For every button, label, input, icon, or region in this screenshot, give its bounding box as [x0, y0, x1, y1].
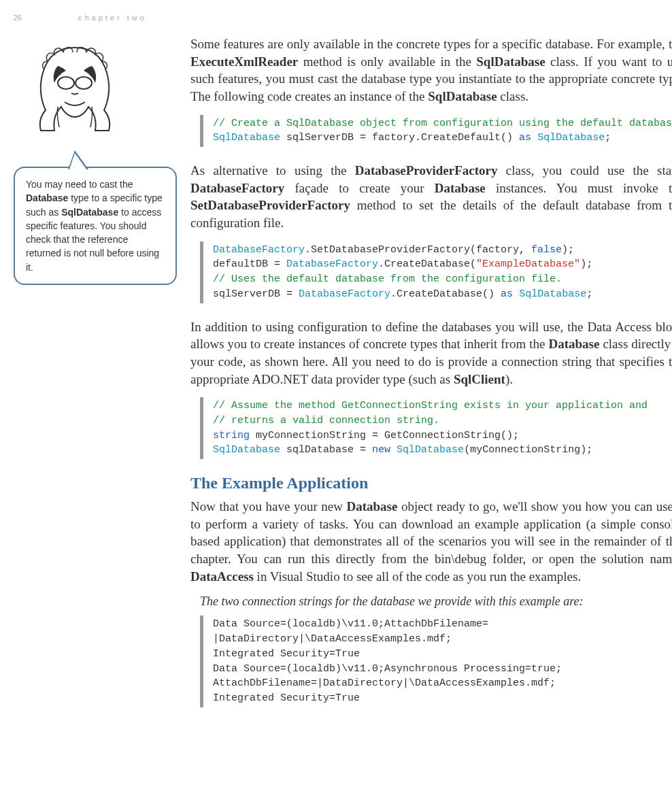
code-keyword: false: [531, 244, 562, 256]
bold-term: SqlDatabase: [428, 89, 497, 103]
code-text: );: [580, 258, 592, 270]
page-header: 26 chapter two: [14, 14, 658, 22]
body-text: façade to create your: [284, 181, 435, 195]
code-text: .CreateDatabase(): [390, 288, 501, 300]
sidebar-callout: You may need to cast the Database type t…: [14, 167, 177, 285]
callout-bold: SqlDatabase: [61, 207, 118, 218]
paragraph: As alternative to using the DatabaseProv…: [190, 162, 672, 232]
code-text: [531, 132, 537, 144]
callout-bold: Database: [26, 192, 68, 203]
code-string: "ExampleDatabase": [476, 258, 580, 270]
code-type: SqlDatabase: [213, 444, 280, 456]
code-text: myConnectionString = GetConnectionString…: [250, 430, 519, 441]
chapter-label: chapter two: [78, 14, 147, 22]
code-text: Integrated Security=True: [213, 692, 360, 704]
page: 26 chapter two You may need to cast th: [0, 14, 672, 722]
body-text: class, you could use the static: [497, 163, 672, 178]
bold-term: Database: [548, 337, 599, 351]
code-text: [390, 444, 397, 456]
body-text: As alternative to using the: [190, 163, 355, 178]
code-block: // Create a SqlDatabase object from conf…: [200, 115, 672, 148]
code-comment: // Uses the default database from the co…: [213, 273, 562, 285]
code-keyword: as: [501, 288, 513, 300]
code-text: |DataDirectory|\DataAccessExamples.mdf;: [213, 633, 452, 645]
code-type: DatabaseFactory: [299, 288, 390, 300]
paragraph: In addition to using configuration to de…: [190, 318, 672, 388]
code-comment: // Assume the method GetConnectionString…: [213, 400, 648, 411]
bold-term: DataAccess: [190, 569, 254, 584]
code-text: Data Source=(localdb)\v11.0;Asynchronous…: [213, 663, 562, 675]
callout-text: You may need to cast the: [26, 179, 133, 190]
bold-term: SqlClient: [454, 372, 505, 386]
section-heading: The Example Application: [190, 474, 672, 492]
code-block: // Assume the method GetConnectionString…: [200, 397, 672, 459]
code-text: ;: [586, 288, 592, 300]
code-comment: // returns a valid connection string.: [213, 415, 439, 426]
code-text: sqlDatabase =: [280, 444, 372, 456]
code-type: SqlDatabase: [537, 132, 605, 144]
code-text: sqlServerDB =: [213, 288, 299, 300]
paragraph: Some features are only available in the …: [190, 35, 672, 105]
body-text: method is only available in the: [298, 54, 476, 69]
bold-term: Database: [346, 499, 397, 514]
code-type: DatabaseFactory: [286, 258, 378, 270]
sidebar: You may need to cast the Database type t…: [14, 35, 190, 285]
code-block: Data Source=(localdb)\v11.0;AttachDbFile…: [200, 616, 672, 707]
code-keyword: as: [519, 132, 531, 144]
body-text: Now that you have your new: [190, 499, 346, 514]
page-number: 26: [14, 14, 78, 22]
code-block: DatabaseFactory.SetDatabaseProviderFacto…: [200, 241, 672, 303]
code-text: sqlServerDB = factory.CreateDefault(): [280, 132, 519, 144]
code-text: ;: [605, 132, 611, 144]
content-row: You may need to cast the Database type t…: [14, 35, 658, 722]
paragraph: Now that you have your new Database obje…: [190, 498, 672, 585]
code-type: DatabaseFactory: [213, 244, 305, 256]
code-text: Data Source=(localdb)\v11.0;AttachDbFile…: [213, 618, 488, 630]
code-type: SqlDatabase: [397, 444, 464, 456]
body-text: Some features are only available in the …: [190, 37, 672, 51]
avatar-illustration: [24, 35, 126, 148]
bold-term: ExecuteXmlReader: [190, 54, 298, 69]
bold-term: SetDatabaseProviderFactory: [190, 198, 350, 212]
code-keyword: string: [213, 430, 250, 441]
bold-term: SqlData­base: [476, 54, 545, 69]
body-text: class.: [497, 89, 528, 103]
code-text: [513, 288, 519, 300]
body-text: in Visual Studio to see all of the code …: [254, 569, 581, 584]
main-content: Some features are only available in the …: [190, 35, 672, 722]
code-text: (myConnectionString);: [464, 444, 592, 456]
body-text: instances. You must invoke the: [486, 181, 672, 195]
code-text: AttachDbFilename=|DataDirectory|\DataAcc…: [213, 677, 556, 689]
svg-point-0: [58, 77, 74, 89]
code-keyword: new: [372, 444, 390, 456]
code-type: SqlDatabase: [213, 132, 280, 144]
code-text: defaultDB =: [213, 258, 286, 270]
code-text: );: [562, 244, 574, 256]
svg-point-1: [75, 77, 92, 89]
italic-intro: The two connection strings for the datab…: [200, 594, 672, 609]
bold-term: DatabaseProviderFactory: [355, 163, 498, 178]
bold-term: Database: [435, 181, 486, 195]
code-text: Integrated Security=True: [213, 648, 360, 660]
code-comment: // Create a SqlDatabase object from conf…: [213, 118, 672, 129]
bold-term: DatabaseFactory: [190, 181, 284, 195]
code-text: .SetDatabaseProviderFactory(factory,: [305, 244, 531, 256]
code-text: .CreateDatabase(: [378, 258, 476, 270]
code-type: SqlDatabase: [519, 288, 586, 300]
body-text: ).: [505, 372, 513, 386]
